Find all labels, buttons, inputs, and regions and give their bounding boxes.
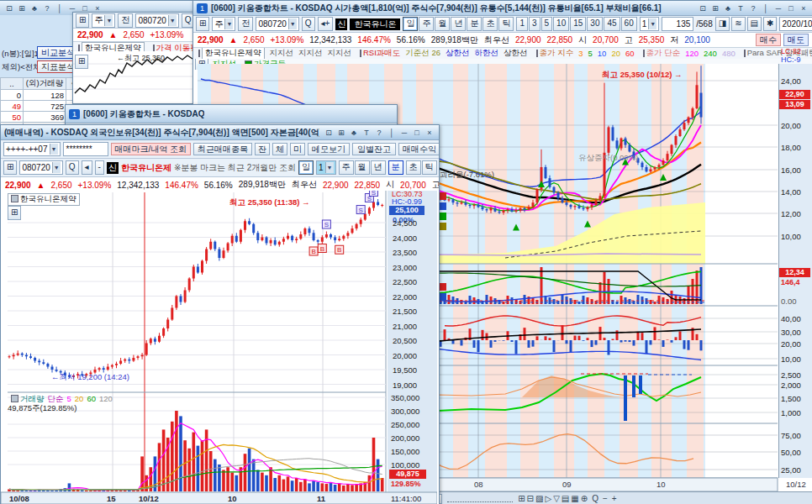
font-icon[interactable]: T [735,4,746,13]
unit-button-월[interactable]: 월 [355,160,370,175]
unit-button-년[interactable]: 년 [451,17,466,31]
chart-tool-icon[interactable]: ▦ [571,494,578,503]
cascade-icon[interactable]: ⊞ [709,4,721,13]
pin-icon[interactable]: ♣ [348,129,360,137]
search-icon[interactable]: Q [302,17,315,31]
chart-tool-icon[interactable]: ▷ [545,494,551,503]
toolbar-icon[interactable]: ◨ [715,17,730,31]
minute-button-15[interactable]: 15 [570,17,586,31]
help-icon[interactable]: ? [373,129,385,137]
maximize-icon[interactable]: □ [785,4,797,13]
mini-prev-button[interactable]: 전 [118,13,133,28]
account-select[interactable]: ++++-++07▼ [3,142,61,156]
unit-button-초[interactable]: 초 [482,17,498,31]
minute-button-1[interactable]: 1 [516,17,528,31]
chart-menu-icon[interactable]: ⊞ [196,17,209,31]
unit-button-분[interactable]: 분 [467,17,482,31]
stock-name[interactable]: 한국유니온제 [121,162,171,174]
daily-balance-button[interactable]: 일별잔고 [352,143,396,155]
mini-period-select[interactable]: 주▼ [92,13,115,28]
interval-select[interactable]: 1▼ [640,17,660,31]
table-header[interactable]: .. [1,78,24,90]
stock-code-input[interactable]: 080720▼ [256,17,298,31]
period-select[interactable]: 주▼ [212,17,235,31]
chart-tool-icon[interactable]: ▨ [535,494,543,503]
close-icon[interactable]: × [798,4,809,13]
unit-button-틱[interactable]: 틱 [498,17,514,31]
restore-icon[interactable]: ⊡ [323,129,335,137]
stock-name-field[interactable]: 한국유니온 [350,18,400,30]
minute-button-5[interactable]: 5 [541,17,553,31]
chart-tool-icon[interactable]: ⊕ [581,494,588,503]
minute-button-30[interactable]: 30 [587,17,603,31]
help-icon[interactable]: ? [41,4,53,13]
mini-chart-area[interactable]: ←최고 25,350 ⊞ [73,51,194,103]
zoom-icon[interactable]: Q [592,494,598,503]
mini-code-input[interactable]: 080720▼ [135,13,178,28]
table-header[interactable]: (외)거래량 [24,78,66,90]
indicator-row-1[interactable]: 한국유니온제약지지선지지선지지선RSI과매도기준선 26상한선하한선상한선종가 … [193,48,812,59]
speaker-icon[interactable]: ◂+ [318,17,334,31]
unit-button-주[interactable]: 주 [339,160,354,175]
password-field[interactable]: ******** [63,142,108,156]
date-picker[interactable]: 2020/10/12▦ [779,17,812,31]
close-icon[interactable]: × [92,4,103,13]
chart-grid-icon[interactable]: ⊞ [76,13,89,28]
unit-button-틱[interactable]: 틱 [422,160,437,175]
recent-trades-button[interactable]: 최근매매종목 [193,143,252,155]
zoom-in-icon[interactable]: + [612,494,617,503]
titlebar-composite-chart[interactable]: 1 [0600] 키움종합차트 - KOSDAQ 시가총액[1,810(억)] … [193,1,812,16]
trade-profit-button[interactable]: 매매수익 [398,143,439,155]
unit-minute-button[interactable]: 분 [388,160,403,175]
chart-tool-icon[interactable]: ⊞ [518,494,525,503]
minute-button-60[interactable]: 60 [621,17,637,31]
pin-icon[interactable]: ♣ [722,4,734,13]
unit-day-button[interactable]: 일 [298,160,314,175]
maximize-icon[interactable]: □ [411,129,423,137]
filled-button[interactable]: 체 [272,143,287,155]
toolbar-icon[interactable]: ✱ [763,17,777,31]
stock-code-input[interactable]: 080720▼ [19,160,62,175]
interval-select[interactable]: 1▼ [316,160,336,175]
unit-button-년[interactable]: 년 [371,160,386,175]
speaker-icon[interactable]: ◂ [82,160,92,175]
help-icon[interactable]: ? [747,4,759,13]
titlebar-chart-small[interactable]: 1 [0600] 키움종합차트 - KOSDAQ [66,105,397,123]
trade-chart-area[interactable]: BBBSSSS 한국유니온제약⊞최고 25,350 (11:38) →←최저 1… [1,191,439,504]
unit-button-월[interactable]: 월 [435,17,450,31]
toolbar-icon[interactable]: ▤ [747,17,762,31]
chart-tool-icon[interactable]: ⊟ [527,494,534,503]
font-icon[interactable]: T [361,129,372,137]
trade-mark-button[interactable]: 매매마크/내역 조회 [111,143,192,155]
speed-slider[interactable] [447,495,513,502]
buy-button[interactable]: 매수 [756,34,781,46]
maximize-icon[interactable]: □ [79,4,91,13]
minimize-icon[interactable]: ─ [66,4,78,13]
minimize-icon[interactable]: ─ [772,4,784,13]
memo-button[interactable]: 메모보기 [308,143,350,155]
minute-button-10[interactable]: 10 [553,17,569,31]
pin-icon[interactable]: ♣ [29,4,40,13]
balance-button[interactable]: 잔 [255,143,270,155]
restore-icon[interactable]: ⊡ [697,4,709,13]
search-icon[interactable]: Q [66,160,79,175]
restore-icon[interactable]: ⊡ [3,4,15,13]
prev-stock-button[interactable]: 전 [238,17,253,31]
titlebar-trade-history[interactable]: (매매내역) - KOSDAQ 외국인보유[34(천)] 주식수[7,904(천… [1,125,439,140]
bar-count-input[interactable]: 135 [662,17,693,31]
minus-icon[interactable]: - [95,160,104,175]
minute-button-3[interactable]: 3 [529,17,540,31]
chart-tool-icon[interactable]: ▤ [562,494,569,503]
minimize-icon[interactable]: ─ [398,129,410,137]
chart-type-icon[interactable]: ⊞ [75,55,88,69]
cascade-icon[interactable]: ⊞ [335,129,347,137]
cascade-icon[interactable]: ⊞ [16,4,28,13]
chart-tool-icon[interactable]: ▽ [553,494,560,503]
chart-type-icon[interactable]: ⊞ [8,206,21,220]
zoom-out-icon[interactable]: − [603,494,608,503]
chart-menu-icon[interactable]: ⊞ [3,160,17,175]
minute-button-45[interactable]: 45 [604,17,620,31]
close-icon[interactable]: × [424,129,435,137]
unit-button-초[interactable]: 초 [406,160,421,175]
sell-button[interactable]: 매도 [783,34,809,46]
